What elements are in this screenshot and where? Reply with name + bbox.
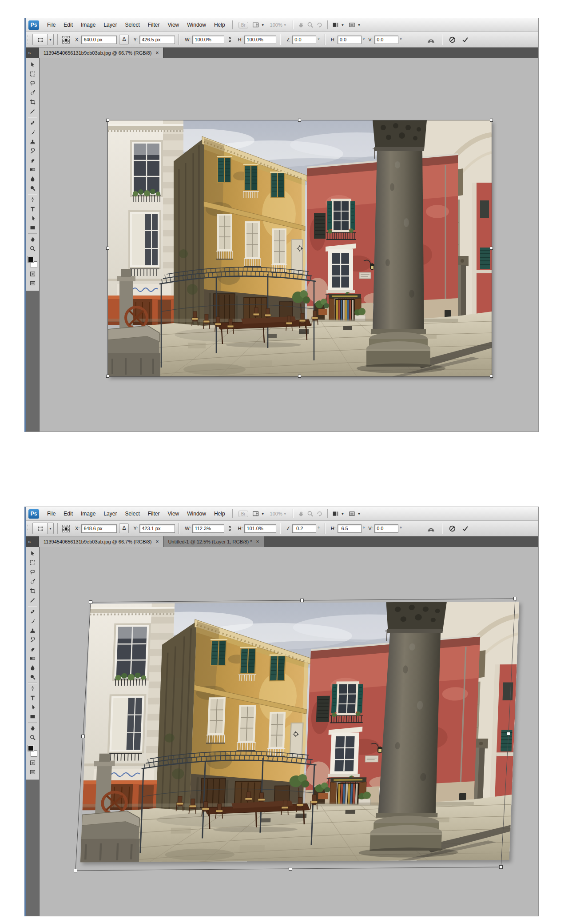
tool-move[interactable] <box>27 60 38 69</box>
reference-point-locator[interactable] <box>62 525 70 532</box>
transform-handle-bottom-center[interactable] <box>289 867 292 871</box>
chevron-down-icon[interactable]: ▼ <box>341 23 345 27</box>
cancel-transform-icon[interactable] <box>449 36 456 43</box>
document-canvas[interactable] <box>40 58 538 432</box>
chevron-down-icon[interactable]: ▼ <box>48 523 54 534</box>
menu-help[interactable]: Help <box>210 507 229 520</box>
link-dimensions-icon[interactable] <box>226 525 233 531</box>
chevron-down-icon[interactable]: ▼ <box>341 512 345 516</box>
tool-blur[interactable] <box>27 663 38 672</box>
menu-edit[interactable]: Edit <box>60 507 77 520</box>
document-tab[interactable]: Untitled-1 @ 12.5% (Layer 1, RGB/8) * × <box>163 536 264 547</box>
close-icon[interactable]: × <box>155 50 159 56</box>
transform-handle-top-center[interactable] <box>298 119 301 122</box>
tool-crop[interactable] <box>27 586 38 595</box>
tool-hand[interactable] <box>27 723 38 733</box>
chevron-down-icon[interactable]: ▼ <box>358 23 361 27</box>
tool-lasso[interactable] <box>27 79 38 88</box>
menu-file[interactable]: File <box>43 18 60 32</box>
horizontal-skew-field[interactable]: -6.5 <box>338 524 362 533</box>
rotation-angle-field[interactable]: -0.2 <box>292 524 316 533</box>
reference-point-locator[interactable] <box>62 36 70 44</box>
chevron-down-icon[interactable]: ▼ <box>261 512 265 516</box>
relative-positioning-toggle[interactable]: Δ <box>119 35 129 44</box>
screen-mode-button[interactable] <box>27 767 38 777</box>
menu-file[interactable]: File <box>43 507 60 520</box>
tool-dodge[interactable] <box>27 672 38 682</box>
commit-transform-icon[interactable] <box>462 36 469 43</box>
document-canvas[interactable] <box>40 547 538 916</box>
foreground-color-swatch[interactable] <box>28 256 34 263</box>
color-swatches[interactable] <box>27 256 38 268</box>
menu-window[interactable]: Window <box>183 18 210 32</box>
tool-lasso[interactable] <box>27 567 38 577</box>
height-scale-field[interactable]: 100.0% <box>244 36 276 44</box>
relative-positioning-toggle[interactable]: Δ <box>119 523 129 533</box>
menu-window[interactable]: Window <box>183 507 210 520</box>
tool-path-selection[interactable] <box>27 214 38 223</box>
transform-handle-bottom-right[interactable] <box>500 866 503 869</box>
tool-path-selection[interactable] <box>27 703 38 712</box>
menu-image[interactable]: Image <box>77 18 99 32</box>
transform-handle-bottom-center[interactable] <box>298 375 301 378</box>
options-bar-grip[interactable] <box>27 523 30 533</box>
screen-mode-button[interactable] <box>27 279 38 288</box>
transform-handle-middle-right[interactable] <box>490 247 493 250</box>
tool-eraser[interactable] <box>27 644 38 654</box>
transform-reference-point[interactable] <box>297 245 303 252</box>
tool-blur[interactable] <box>27 174 38 184</box>
transform-target-image[interactable] <box>108 120 492 376</box>
menu-layer[interactable]: Layer <box>99 18 121 32</box>
vertical-skew-field[interactable]: 0.0 <box>374 36 398 44</box>
tool-history-brush[interactable] <box>27 146 38 156</box>
menu-select[interactable]: Select <box>121 507 143 520</box>
transform-handle-bottom-right[interactable] <box>490 375 493 378</box>
launch-bridge-button[interactable]: Br <box>238 22 248 28</box>
transform-handle-top-right[interactable] <box>490 119 493 122</box>
warp-mode-toggle-icon[interactable] <box>427 525 435 532</box>
tool-rectangle[interactable] <box>27 712 38 721</box>
view-extras-icon[interactable] <box>252 511 259 517</box>
x-position-field[interactable]: 648.6 px <box>81 524 117 533</box>
transform-handle-top-left[interactable] <box>89 601 92 604</box>
tool-pen[interactable] <box>27 684 38 693</box>
width-scale-field[interactable]: 100.0% <box>192 36 224 44</box>
menu-layer[interactable]: Layer <box>99 507 121 520</box>
warp-mode-toggle-icon[interactable] <box>427 36 435 43</box>
screen-mode-icon[interactable] <box>349 22 355 28</box>
tool-gradient[interactable] <box>27 654 38 663</box>
transform-handle-top-left[interactable] <box>106 119 109 122</box>
tool-eyedropper[interactable] <box>27 595 38 605</box>
foreground-color-swatch[interactable] <box>28 745 34 751</box>
tool-zoom[interactable] <box>27 733 38 742</box>
transform-handle-bottom-left[interactable] <box>106 375 109 378</box>
tool-quick-selection[interactable] <box>27 577 38 586</box>
menu-edit[interactable]: Edit <box>60 18 77 32</box>
document-tab[interactable]: 11394540656131b9eb03ab.jpg @ 66.7% (RGB/… <box>39 48 163 58</box>
document-tab[interactable]: 11394540656131b9eb03ab.jpg @ 66.7% (RGB/… <box>39 536 163 547</box>
vertical-skew-field[interactable]: 0.0 <box>374 524 398 533</box>
arrange-documents-icon[interactable] <box>332 511 339 517</box>
transform-handle-top-right[interactable] <box>514 597 517 600</box>
menu-filter[interactable]: Filter <box>144 507 164 520</box>
tool-eyedropper[interactable] <box>27 107 38 116</box>
tool-preset-picker[interactable]: ▼ <box>32 34 54 45</box>
height-scale-field[interactable]: 101.0% <box>244 524 276 533</box>
horizontal-skew-field[interactable]: 0.0 <box>338 36 362 44</box>
rotation-angle-field[interactable]: 0.0 <box>292 36 316 44</box>
menu-select[interactable]: Select <box>121 18 143 32</box>
tool-spot-healing-brush[interactable] <box>27 118 38 128</box>
tool-type[interactable] <box>27 204 38 214</box>
tool-rectangular-marquee[interactable] <box>27 558 38 567</box>
color-swatches[interactable] <box>27 745 38 757</box>
tool-pen[interactable] <box>27 195 38 204</box>
tool-zoom[interactable] <box>27 244 38 253</box>
tool-clone-stamp[interactable] <box>27 626 38 635</box>
tool-quick-selection[interactable] <box>27 88 38 97</box>
commit-transform-icon[interactable] <box>462 525 469 532</box>
chevron-down-icon[interactable]: ▼ <box>261 23 265 27</box>
quick-mask-mode-button[interactable] <box>27 758 38 767</box>
link-dimensions-icon[interactable] <box>226 36 233 43</box>
cancel-transform-icon[interactable] <box>449 525 456 532</box>
tool-spot-healing-brush[interactable] <box>27 607 38 616</box>
